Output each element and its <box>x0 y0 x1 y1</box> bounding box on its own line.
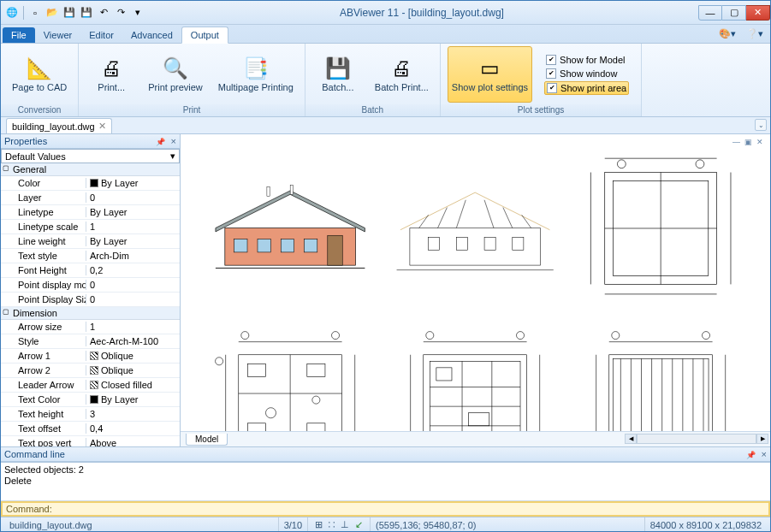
prop-value[interactable]: 0 <box>86 294 180 304</box>
prop-row[interactable]: Line weightBy Layer <box>1 234 180 249</box>
show-window-checkbox[interactable]: ✔Show window <box>544 68 629 80</box>
pin-icon[interactable]: 📌 <box>746 451 756 459</box>
prop-row[interactable]: Linetype scale1 <box>1 220 180 234</box>
prop-value[interactable]: 0 <box>86 192 180 203</box>
prop-row[interactable]: Text offset0,4 <box>1 422 180 436</box>
prop-value[interactable]: Oblique <box>86 351 180 361</box>
prop-row[interactable]: Point display mo0 <box>1 278 180 293</box>
print-button[interactable]: 🖨Print... <box>86 46 137 103</box>
minimize-button[interactable]: — <box>698 5 722 21</box>
app-icon[interactable]: 🌐 <box>4 5 20 21</box>
show-print-area-checkbox[interactable]: ✔Show print area <box>544 81 629 95</box>
prop-row[interactable]: LinetypeBy Layer <box>1 205 180 220</box>
close-button[interactable]: ✕ <box>746 5 770 21</box>
save-icon[interactable]: 💾 <box>62 5 77 21</box>
viewport-minimize-icon[interactable]: — <box>732 138 743 146</box>
properties-header: Properties 📌 × <box>1 134 180 149</box>
prop-value[interactable]: 0,4 <box>86 423 180 434</box>
properties-selector-dropdown[interactable]: Default Values ▾ <box>1 149 180 163</box>
prop-value[interactable]: 1 <box>86 222 180 232</box>
drawing-roof-plan <box>577 151 744 305</box>
help-icon[interactable]: ❔▾ <box>743 27 767 41</box>
prop-row[interactable]: Leader ArrowClosed filled <box>1 378 180 393</box>
style-dropdown-icon[interactable]: 🎨▾ <box>715 27 739 41</box>
prop-value[interactable]: 0,2 <box>86 265 180 275</box>
prop-value[interactable]: 1 <box>86 322 180 332</box>
prop-row[interactable]: Point Display Siz0 <box>1 293 180 307</box>
svg-point-42 <box>265 408 276 418</box>
prop-row[interactable]: Arrow 2Oblique <box>1 364 180 378</box>
viewport-close-icon[interactable]: ✕ <box>756 138 767 146</box>
status-ortho-icon[interactable]: ⊥ <box>341 519 349 530</box>
drawing-section <box>391 151 559 305</box>
svg-rect-4 <box>234 239 247 252</box>
document-tab[interactable]: building_layout.dwg ✕ <box>6 118 112 133</box>
document-tab-label: building_layout.dwg <box>12 121 95 132</box>
prop-key: Text offset <box>1 423 86 434</box>
show-for-model-checkbox[interactable]: ✔Show for Model <box>544 54 629 66</box>
maximize-button[interactable]: ▢ <box>722 5 746 21</box>
properties-grid[interactable]: GeneralColorBy LayerLayer0LinetypeBy Lay… <box>1 163 180 446</box>
redo-icon[interactable]: ↷ <box>113 5 128 21</box>
save-as-icon[interactable]: 💾 <box>79 5 94 21</box>
batch-print-button[interactable]: 🖨Batch Print... <box>371 46 433 103</box>
status-grid-icon[interactable]: ⊞ <box>315 519 323 530</box>
prop-row[interactable]: Arrow 1Oblique <box>1 349 180 364</box>
new-icon[interactable]: ▫ <box>27 5 43 21</box>
scroll-track[interactable] <box>637 434 756 444</box>
ribbon-tab-file[interactable]: File <box>3 27 35 43</box>
prop-value-text: By Layer <box>101 178 138 188</box>
prop-row[interactable]: Text pos vertAbove <box>1 436 180 446</box>
prop-value[interactable]: 3 <box>86 409 180 419</box>
open-icon[interactable]: 📂 <box>44 5 60 21</box>
multipage-printing-button[interactable]: 📑Multipage Printing <box>214 46 298 103</box>
prop-value[interactable]: By Layer <box>86 207 180 217</box>
prop-value[interactable]: By Layer <box>86 178 180 188</box>
batch-button[interactable]: 💾Batch... <box>312 46 364 103</box>
ribbon-tab-editor[interactable]: Editor <box>80 27 122 43</box>
doc-tabs-chevron[interactable]: ⌄ <box>755 119 767 131</box>
viewport-restore-icon[interactable]: ▣ <box>744 138 755 146</box>
prop-value[interactable]: Arch-Dim <box>86 251 180 261</box>
print-preview-button[interactable]: 🔍Print preview <box>144 46 207 103</box>
panel-close-icon[interactable]: × <box>762 449 767 459</box>
scroll-right-icon[interactable]: ▶ <box>756 434 768 444</box>
prop-value[interactable]: Aec-Arch-M-100 <box>86 336 180 346</box>
ribbon-tab-output[interactable]: Output <box>181 27 228 44</box>
prop-value[interactable]: Closed filled <box>86 380 180 390</box>
page-to-cad-button[interactable]: 📐Page to CAD <box>8 46 71 103</box>
prop-row[interactable]: Arrow size1 <box>1 320 180 334</box>
pin-icon[interactable]: 📌 <box>156 138 165 146</box>
prop-row[interactable]: Text ColorBy Layer <box>1 393 180 407</box>
command-input[interactable]: Command: <box>1 501 770 517</box>
prop-row[interactable]: Font Height0,2 <box>1 263 180 278</box>
status-polar-icon[interactable]: ↙ <box>355 519 363 530</box>
scroll-left-icon[interactable]: ◀ <box>625 434 637 444</box>
prop-row[interactable]: Text styleArch-Dim <box>1 249 180 263</box>
prop-value[interactable]: Oblique <box>86 365 180 375</box>
show-plot-settings-button[interactable]: ▭Show plot settings <box>448 46 532 103</box>
prop-value[interactable]: 0 <box>86 280 180 290</box>
prop-row[interactable]: ColorBy Layer <box>1 176 180 191</box>
ribbon-tab-advanced[interactable]: Advanced <box>122 27 181 43</box>
panel-close-icon[interactable]: × <box>171 136 176 146</box>
command-output[interactable]: Selected objects: 2 Delete <box>1 463 770 501</box>
prop-section-general[interactable]: General <box>1 163 180 176</box>
qat-dropdown-icon[interactable]: ▾ <box>130 5 145 21</box>
prop-value[interactable]: Above <box>86 438 180 446</box>
prop-value[interactable]: By Layer <box>86 394 180 405</box>
prop-value[interactable]: By Layer <box>86 236 180 246</box>
prop-row[interactable]: StyleAec-Arch-M-100 <box>1 334 180 349</box>
status-snap-icon[interactable]: ⸬ <box>329 519 335 530</box>
ribbon-tab-viewer[interactable]: Viewer <box>35 27 80 43</box>
horizontal-scrollbar[interactable]: ◀ ▶ <box>625 434 768 444</box>
prop-row[interactable]: Text height3 <box>1 407 180 422</box>
close-tab-icon[interactable]: ✕ <box>98 121 106 132</box>
batch-print-icon: 🖨 <box>391 56 412 80</box>
prop-value-text: Oblique <box>101 365 133 375</box>
model-tab[interactable]: Model <box>186 434 228 446</box>
undo-icon[interactable]: ↶ <box>96 5 111 21</box>
drawing-viewport[interactable]: — ▣ ✕ <box>181 134 770 431</box>
prop-row[interactable]: Layer0 <box>1 191 180 205</box>
prop-section-dimension[interactable]: Dimension <box>1 307 180 320</box>
